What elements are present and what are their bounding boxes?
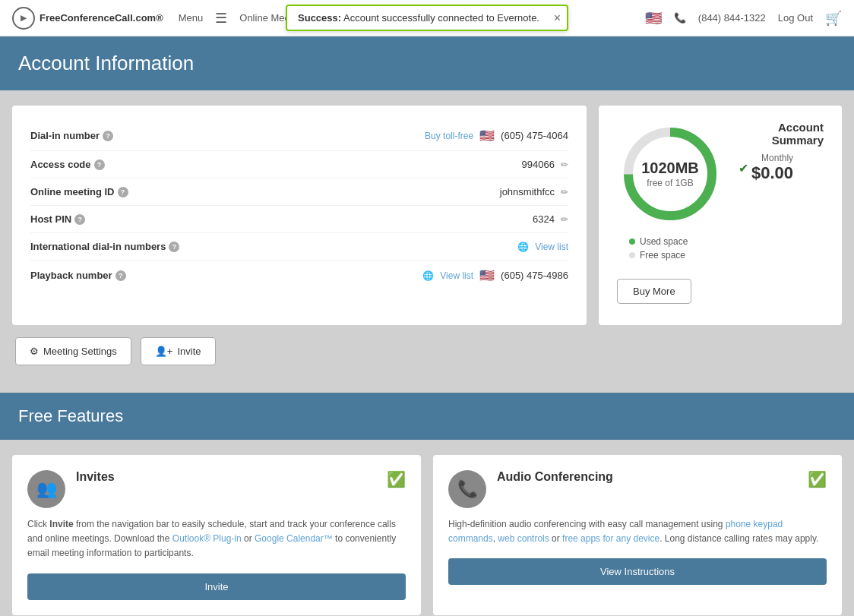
monthly-price: $0.00 (751, 163, 793, 183)
phone-large-icon: 📞 (457, 479, 478, 499)
buttons-row: ⚙ Meeting Settings 👤+ Invite (12, 337, 842, 365)
close-button[interactable]: × (554, 11, 561, 25)
success-message: Account successfully connected to Everno… (341, 12, 539, 24)
host-pin-value: 6324 ✏ (533, 213, 568, 225)
monthly-label: Monthly (751, 153, 793, 163)
google-calendar-link[interactable]: Google Calendar™ (255, 533, 333, 544)
access-code-value: 994066 ✏ (522, 159, 568, 170)
web-controls-link[interactable]: web controls (498, 533, 549, 544)
host-pin-number: 6324 (533, 213, 555, 225)
intl-view-link[interactable]: View list (535, 242, 568, 252)
playback-value: 🌐 View list 🇺🇸 (605) 475-4986 (422, 268, 568, 283)
logout-link[interactable]: Log Out (778, 12, 813, 24)
flag-icon: 🇺🇸 (645, 10, 662, 27)
audio-icon: 📞 (448, 470, 486, 508)
main-content: Dial-in number ? Buy toll-free 🇺🇸 (605) … (0, 90, 854, 393)
audio-button[interactable]: View Instructions (448, 558, 827, 585)
meeting-id-label: Online meeting ID ? (30, 186, 198, 197)
audio-check-icon: ✅ (808, 470, 827, 488)
access-code-edit-icon[interactable]: ✏ (561, 160, 568, 170)
invites-button[interactable]: Invite (27, 573, 406, 600)
meeting-id-text: johnsmithfcc (500, 186, 555, 197)
playback-number: (605) 475-4986 (501, 270, 568, 281)
audio-title: Audio Conferencing (497, 470, 808, 484)
menu-link[interactable]: Menu (179, 12, 204, 24)
access-code-label: Access code ? (30, 159, 198, 170)
audio-description: High-definition audio conferencing with … (448, 517, 827, 546)
playback-label: Playback number ? (30, 270, 198, 281)
invites-feature-card: 👥 Invites ✅ Click Invite from the naviga… (12, 455, 421, 615)
access-code-number: 994066 (522, 159, 555, 170)
content-row: Dial-in number ? Buy toll-free 🇺🇸 (605) … (12, 106, 842, 325)
donut-legend: Used space Free space (629, 236, 723, 261)
dial-in-label: Dial-in number ? (30, 130, 198, 141)
dial-in-number: (605) 475-4064 (501, 130, 568, 141)
cart-icon[interactable]: 🛒 (825, 10, 842, 27)
summary-top: 1020MB free of 1GB Used space Free space (617, 121, 824, 304)
free-space-label: Free space (640, 250, 685, 261)
outlook-plugin-link[interactable]: Outlook® Plug-in (172, 533, 242, 544)
account-info-card: Dial-in number ? Buy toll-free 🇺🇸 (605) … (12, 106, 587, 325)
logo-circle: ▶ (12, 7, 35, 30)
globe-icon: 🌐 (517, 242, 529, 252)
used-space-label: Used space (640, 236, 688, 247)
navbar-right: 🇺🇸 📞 (844) 844-1322 Log Out 🛒 (645, 10, 842, 27)
intl-row: International dial-in numbers ? 🌐 View l… (30, 233, 568, 261)
check-icon: ✔ (739, 161, 748, 175)
dial-in-help-icon[interactable]: ? (103, 131, 113, 141)
account-summary-card: 1020MB free of 1GB Used space Free space (599, 106, 842, 325)
meeting-id-value: johnsmithfcc ✏ (500, 186, 568, 197)
donut-chart-area: 1020MB free of 1GB Used space Free space (617, 121, 723, 304)
page-header: Account Information (0, 36, 854, 90)
invite-button[interactable]: 👤+ Invite (141, 337, 216, 365)
meeting-id-help-icon[interactable]: ? (118, 187, 128, 197)
dial-in-flag: 🇺🇸 (479, 128, 495, 143)
free-features-title: Free Features (18, 406, 836, 426)
person-plus-icon: 👤+ (155, 346, 173, 357)
used-space-dot (629, 239, 635, 245)
playback-globe-icon: 🌐 (422, 270, 434, 281)
meeting-id-edit-icon[interactable]: ✏ (561, 187, 568, 197)
donut-container: 1020MB free of 1GB (617, 121, 723, 227)
gear-icon: ⚙ (30, 346, 39, 357)
success-prefix: Success: (298, 12, 341, 24)
storage-sub: free of 1GB (641, 178, 699, 190)
playback-help-icon[interactable]: ? (115, 270, 126, 281)
intl-value: 🌐 View list (517, 242, 568, 252)
page-title: Account Information (18, 52, 836, 75)
access-code-help-icon[interactable]: ? (94, 160, 105, 170)
host-pin-help-icon[interactable]: ? (74, 214, 85, 225)
invites-feature-top: 👥 Invites ✅ (27, 470, 406, 508)
account-summary-title: Account Summary (739, 121, 824, 147)
meeting-id-row: Online meeting ID ? johnsmithfcc ✏ (30, 178, 568, 206)
features-content: 👥 Invites ✅ Click Invite from the naviga… (0, 440, 854, 616)
buy-more-button[interactable]: Buy More (617, 279, 691, 304)
navbar: ▶ FreeConferenceCall.com® Menu ☰ Online … (0, 0, 854, 36)
donut-label: 1020MB free of 1GB (641, 158, 699, 190)
meeting-settings-button[interactable]: ⚙ Meeting Settings (15, 337, 131, 365)
logo-text: FreeConferenceCall.com® (40, 12, 163, 24)
audio-feature-top: 📞 Audio Conferencing ✅ (448, 470, 827, 508)
phone-number: (844) 844-1322 (698, 12, 766, 24)
free-space-legend: Free space (629, 250, 723, 261)
hamburger-icon[interactable]: ☰ (215, 10, 227, 27)
phone-icon: 📞 (674, 12, 686, 24)
free-features-header: Free Features (0, 393, 854, 440)
host-pin-label: Host PIN ? (30, 213, 198, 225)
storage-mb: 1020MB (641, 158, 699, 178)
free-apps-link[interactable]: free apps for any device (562, 533, 659, 544)
audio-feature-card: 📞 Audio Conferencing ✅ High-definition a… (433, 455, 842, 615)
access-code-row: Access code ? 994066 ✏ (30, 151, 568, 178)
person-plus-large-icon: 👥 (36, 479, 57, 499)
invites-title: Invites (76, 470, 387, 484)
logo[interactable]: ▶ FreeConferenceCall.com® (12, 7, 163, 30)
invites-check-icon: ✅ (387, 470, 406, 488)
host-pin-row: Host PIN ? 6324 ✏ (30, 206, 568, 233)
intl-help-icon[interactable]: ? (169, 242, 179, 252)
buy-toll-free-link[interactable]: Buy toll-free (425, 131, 473, 141)
playback-view-link[interactable]: View list (440, 270, 473, 281)
summary-right: Account Summary ✔ Monthly $0.00 (739, 121, 824, 183)
dial-in-row: Dial-in number ? Buy toll-free 🇺🇸 (605) … (30, 121, 568, 151)
host-pin-edit-icon[interactable]: ✏ (561, 214, 568, 225)
free-space-dot (629, 252, 635, 258)
